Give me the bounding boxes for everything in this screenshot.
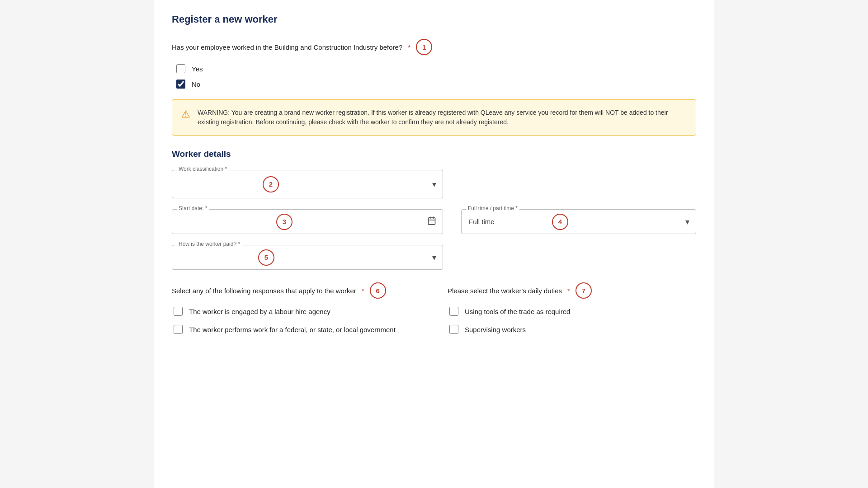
full-part-time-label: Full time / part time *	[466, 205, 519, 211]
step-badge-4: 4	[552, 214, 568, 230]
required-star-right: *	[567, 287, 570, 295]
warning-text: WARNING: You are creating a brand new wo…	[198, 108, 687, 127]
step-badge-5: 5	[258, 249, 274, 266]
svg-rect-0	[429, 217, 435, 224]
right-checkboxes-col: Please select the worker's daily duties …	[448, 282, 696, 343]
right-col-header: Please select the worker's daily duties …	[448, 282, 696, 299]
left-col-header: Select any of the following responses th…	[172, 282, 420, 299]
right-checkbox-label-0[interactable]: Using tools of the trade as required	[465, 308, 570, 315]
left-checkbox-item-1: The worker performs work for a federal, …	[174, 325, 420, 334]
left-checkbox-label-0[interactable]: The worker is engaged by a labour hire a…	[189, 308, 330, 315]
left-col-header-text: Select any of the following responses th…	[172, 287, 356, 295]
step-badge-6: 6	[370, 282, 386, 299]
no-checkbox-row: No	[176, 80, 696, 89]
start-date-field: Start date: * 3	[172, 209, 443, 234]
start-date-label: Start date: *	[177, 205, 209, 211]
step-badge-7: 7	[576, 282, 592, 299]
left-checkbox-0[interactable]	[174, 307, 183, 316]
calendar-icon[interactable]	[427, 216, 436, 227]
left-checkbox-item-0: The worker is engaged by a labour hire a…	[174, 307, 420, 316]
left-checkbox-label-1[interactable]: The worker performs work for a federal, …	[189, 326, 396, 333]
warning-icon: ⚠	[181, 108, 190, 120]
full-part-time-field: Full time / part time * Full time Part t…	[461, 209, 696, 234]
yes-checkbox-row: Yes	[176, 64, 696, 73]
question1-row: Has your employee worked in the Building…	[172, 39, 696, 55]
left-checkbox-1[interactable]	[174, 325, 183, 334]
required-star-left: *	[362, 287, 364, 295]
right-checkbox-0[interactable]	[449, 307, 458, 316]
worker-paid-field: Hourly Salary Piecework 5 ▾ How is the w…	[172, 245, 443, 270]
right-checkbox-item-1: Supervising workers	[449, 325, 696, 334]
right-checkbox-label-1[interactable]: Supervising workers	[465, 326, 526, 333]
page-title: Register a new worker	[172, 14, 696, 25]
warning-box: ⚠ WARNING: You are creating a brand new …	[172, 99, 696, 136]
worker-details-title: Worker details	[172, 149, 696, 159]
step-badge-2: 2	[263, 176, 279, 192]
required-star-1: *	[408, 43, 410, 51]
right-col-header-text: Please select the worker's daily duties	[448, 287, 562, 295]
worker-paid-label: How is the worker paid? *	[177, 241, 242, 247]
yes-checkbox[interactable]	[176, 64, 185, 73]
yes-label[interactable]: Yes	[192, 65, 203, 73]
work-classification-select[interactable]: Trade Non-trade	[172, 172, 443, 196]
no-label[interactable]: No	[192, 80, 200, 88]
step-badge-1: 1	[416, 39, 432, 55]
start-date-input[interactable]	[172, 210, 443, 234]
step-badge-3: 3	[276, 214, 292, 230]
full-part-time-select[interactable]: Full time Part time	[462, 210, 696, 234]
work-classification-field: Trade Non-trade 2 ▾ Work classification …	[172, 170, 443, 198]
right-checkbox-item-0: Using tools of the trade as required	[449, 307, 696, 316]
left-checkboxes-col: Select any of the following responses th…	[172, 282, 420, 343]
worker-paid-select[interactable]: Hourly Salary Piecework	[172, 245, 443, 269]
question1-text: Has your employee worked in the Building…	[172, 43, 402, 51]
checkboxes-section: Select any of the following responses th…	[172, 282, 696, 343]
no-checkbox[interactable]	[176, 80, 185, 89]
work-classification-label: Work classification *	[177, 166, 229, 172]
right-checkbox-1[interactable]	[449, 325, 458, 334]
